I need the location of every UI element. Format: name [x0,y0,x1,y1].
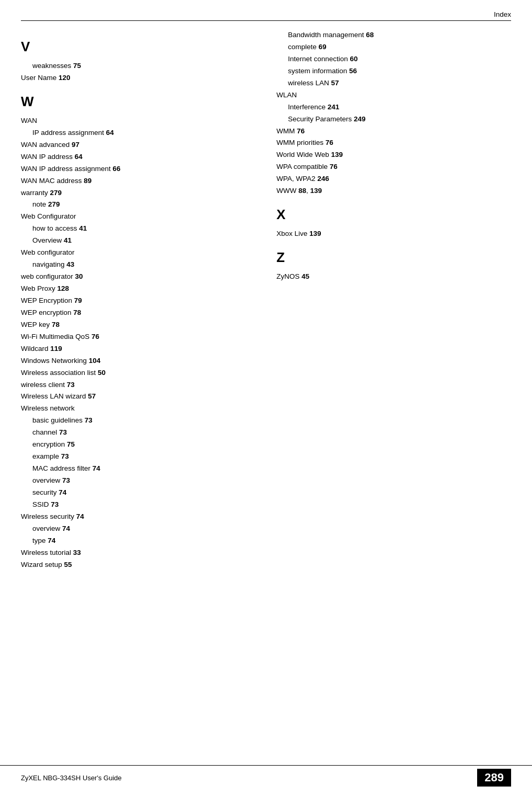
page-number-ref: 76 [297,127,305,135]
index-entry: overview 74 [21,523,256,535]
index-entry: Wireless LAN wizard 57 [21,391,256,403]
index-entry: WAN advanced 97 [21,139,256,151]
page-number-ref: 76 [91,333,99,340]
page-number-ref: 50 [98,369,106,377]
index-entry: Xbox Live 139 [276,228,511,240]
index-entry: WEP Encryption 79 [21,295,256,307]
index-entry: system information 56 [276,65,511,77]
index-entry: note 279 [21,199,256,211]
page-number-ref: 73 [85,416,92,424]
page-number-ref: 139 [331,151,343,158]
index-entry: WAN IP address 64 [21,151,256,163]
index-entry: warranty 279 [21,187,256,199]
page-number-ref: 139 [309,230,321,237]
page-number-ref: 89 [84,177,91,185]
page-number: 289 [477,769,511,787]
index-entry: WAN [21,115,256,127]
header-title: Index [494,10,511,18]
section-letter-z: Z [276,249,511,266]
index-entry: User Name 120 [21,72,256,84]
index-entry: example 73 [21,451,256,463]
section-letter-v: V [21,39,256,55]
page-number-ref: 64 [106,129,114,136]
index-entry: Wireless network [21,403,256,415]
index-entry: how to access 41 [21,223,256,235]
footer-brand: ZyXEL NBG-334SH User's Guide [21,774,122,782]
page-number-ref: 55 [64,561,72,568]
page-number-ref: 60 [350,55,358,63]
index-entry: Wireless security 74 [21,511,256,523]
right-column: Bandwidth management 68complete 69Intern… [266,29,511,571]
page-number-ref: 74 [59,488,66,496]
index-entry: channel 73 [21,427,256,439]
page-number-ref: 76 [326,139,333,146]
page-number-ref: 69 [319,43,327,51]
index-entry: Web Configurator [21,211,256,223]
index-entry: WAN IP address assignment 66 [21,163,256,175]
page-number-ref: 41 [79,224,87,232]
index-entry: encryption 75 [21,439,256,451]
page-number-ref: 66 [113,165,121,173]
page-number-ref: 120 [59,74,71,82]
index-entry: WLAN [276,89,511,101]
page-number-ref: 74 [76,513,84,520]
page-container: Index Vweaknesses 75User Name 120WWANIP … [0,0,532,602]
page-number-ref: 79 [74,297,82,304]
index-entry: IP address assignment 64 [21,127,256,139]
page-number-ref: 73 [59,428,67,436]
index-entry: WPA compatible 76 [276,161,511,173]
page-number-ref: 64 [75,153,83,161]
page-number-ref: 43 [66,260,74,268]
index-entry: Interference 241 [276,101,511,113]
page-number-ref: 78 [73,309,81,316]
index-entry: Wireless tutorial 33 [21,547,256,559]
index-entry: Web Proxy 128 [21,283,256,295]
section-letter-x: X [276,207,511,223]
index-entry: Security Parameters 249 [276,113,511,126]
left-column: Vweaknesses 75User Name 120WWANIP addres… [21,29,266,571]
page-number-ref: 57 [88,392,96,400]
index-entry: WEP key 78 [21,319,256,331]
index-entry: Windows Networking 104 [21,355,256,367]
content-columns: Vweaknesses 75User Name 120WWANIP addres… [21,29,511,571]
index-entry: WPA, WPA2 246 [276,173,511,185]
page-number-ref: 279 [48,200,60,208]
page-number-ref: 76 [330,163,338,170]
page-number-ref: 104 [89,357,101,365]
page-number-ref: 73 [62,476,70,484]
index-entry: Wildcard 119 [21,343,256,355]
page-number-ref: 56 [349,67,357,75]
index-entry: WMM 76 [276,126,511,138]
page-number-ref: 249 [354,115,366,123]
index-entry: Bandwidth management 68 [276,29,511,41]
index-entry: MAC address filter 74 [21,463,256,475]
index-entry: Web configurator [21,247,256,259]
page-number-ref: 119 [50,345,62,352]
index-entry: security 74 [21,487,256,499]
index-entry: Wi-Fi Multimedia QoS 76 [21,331,256,343]
page-number-ref: 73 [61,452,69,460]
page-number-ref: 279 [50,189,62,197]
index-entry: weaknesses 75 [21,60,256,72]
page-number-ref: 128 [57,284,70,292]
page-number-ref: 78 [52,321,60,328]
index-entry: WMM priorities 76 [276,137,511,149]
index-entry: Internet connection 60 [276,53,511,65]
section-letter-w: W [21,94,256,110]
index-entry: WEP encryption 78 [21,307,256,319]
index-entry: navigating 43 [21,259,256,271]
page-number-ref: 45 [302,272,309,280]
index-entry: Wizard setup 55 [21,559,256,571]
page-number-ref: 73 [67,381,75,389]
page-number-ref: 33 [73,549,81,556]
page-number-ref: 73 [51,500,59,508]
index-entry: type 74 [21,535,256,547]
page-number-ref: 75 [67,440,75,448]
page-number-ref: 74 [62,525,70,532]
index-entry: web configurator 30 [21,271,256,283]
index-entry: overview 73 [21,475,256,487]
page-header: Index [21,10,511,21]
page-number-ref: 41 [64,236,72,244]
page-number-ref: 30 [75,272,83,280]
page-number-ref: 75 [73,62,81,70]
